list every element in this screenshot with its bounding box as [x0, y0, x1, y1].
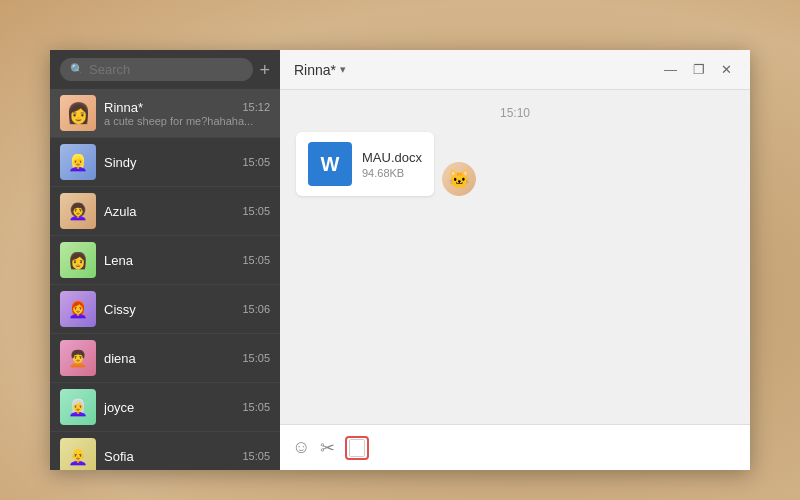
contact-name-cissy: Cissy: [104, 302, 136, 317]
sidebar: 🔍 + 👩 Rinna* 15:12 a cute sheep for me?h…: [50, 50, 280, 470]
avatar-face-joyce: 👩‍🦳: [60, 389, 96, 425]
restore-button[interactable]: ❐: [689, 61, 709, 78]
contact-name-rinna: Rinna*: [104, 100, 143, 115]
contact-info-cissy: Cissy 15:06: [104, 302, 270, 317]
sender-avatar-face: 🐱: [442, 162, 476, 196]
contact-info-rinna: Rinna* 15:12 a cute sheep for me?hahaha.…: [104, 100, 270, 127]
contact-item-lena[interactable]: 👩 Lena 15:05: [50, 236, 280, 285]
contact-name-joyce: joyce: [104, 400, 134, 415]
add-contact-button[interactable]: +: [259, 61, 270, 79]
contact-info-azula: Azula 15:05: [104, 204, 270, 219]
file-info: MAU.docx 94.68KB: [362, 150, 422, 179]
contact-time-lena: 15:05: [242, 254, 270, 266]
chevron-down-icon: ▾: [340, 63, 346, 76]
contact-item-rinna[interactable]: 👩 Rinna* 15:12 a cute sheep for me?hahah…: [50, 89, 280, 138]
word-icon: W: [308, 142, 352, 186]
contact-name-row-rinna: Rinna* 15:12: [104, 100, 270, 115]
contact-name-row-cissy: Cissy 15:06: [104, 302, 270, 317]
contact-time-azula: 15:05: [242, 205, 270, 217]
avatar-face-sofia: 👩‍🦲: [60, 438, 96, 470]
message-time-label: 15:10: [296, 106, 734, 120]
avatar-joyce: 👩‍🦳: [60, 389, 96, 425]
chat-area: Rinna* ▾ — ❐ ✕ 15:10 W MAU.docx 94.68KB: [280, 50, 750, 470]
contact-item-sindy[interactable]: 👱‍♀️ Sindy 15:05: [50, 138, 280, 187]
chat-input-bar: ☺ ✂: [280, 424, 750, 470]
minimize-button[interactable]: —: [660, 61, 681, 78]
contact-name-row-joyce: joyce 15:05: [104, 400, 270, 415]
avatar-face-rinna: 👩: [60, 95, 96, 131]
search-bar[interactable]: 🔍: [60, 58, 253, 81]
scissors-icon[interactable]: ✂: [320, 437, 335, 459]
contact-name-azula: Azula: [104, 204, 137, 219]
paste-button[interactable]: [345, 436, 369, 460]
contact-name-diena: diena: [104, 351, 136, 366]
contact-item-azula[interactable]: 👩‍🦱 Azula 15:05: [50, 187, 280, 236]
paste-inner-icon: [349, 439, 365, 457]
avatar-lena: 👩: [60, 242, 96, 278]
avatar-sindy: 👱‍♀️: [60, 144, 96, 180]
title-bar: Rinna* ▾ — ❐ ✕: [280, 50, 750, 90]
avatar-cissy: 👩‍🦰: [60, 291, 96, 327]
sender-avatar: 🐱: [442, 162, 476, 196]
app-window: 🔍 + 👩 Rinna* 15:12 a cute sheep for me?h…: [50, 50, 750, 470]
contact-name-row-lena: Lena 15:05: [104, 253, 270, 268]
contact-preview-rinna: a cute sheep for me?hahaha...: [104, 115, 270, 127]
avatar-rinna: 👩: [60, 95, 96, 131]
messages-area: 15:10 W MAU.docx 94.68KB 🐱: [280, 90, 750, 424]
chat-recipient-name: Rinna*: [294, 62, 336, 78]
close-button[interactable]: ✕: [717, 61, 736, 78]
contact-info-diena: diena 15:05: [104, 351, 270, 366]
file-bubble[interactable]: W MAU.docx 94.68KB: [296, 132, 434, 196]
contact-info-joyce: joyce 15:05: [104, 400, 270, 415]
contact-info-lena: Lena 15:05: [104, 253, 270, 268]
contact-info-sindy: Sindy 15:05: [104, 155, 270, 170]
contact-time-sofia: 15:05: [242, 450, 270, 462]
search-icon: 🔍: [70, 63, 84, 76]
contact-list: 👩 Rinna* 15:12 a cute sheep for me?hahah…: [50, 89, 280, 470]
contact-name-row-diena: diena 15:05: [104, 351, 270, 366]
contact-time-sindy: 15:05: [242, 156, 270, 168]
avatar-face-cissy: 👩‍🦰: [60, 291, 96, 327]
contact-name-lena: Lena: [104, 253, 133, 268]
contact-name-sindy: Sindy: [104, 155, 137, 170]
message-row-file: W MAU.docx 94.68KB 🐱: [296, 132, 734, 196]
contact-item-joyce[interactable]: 👩‍🦳 joyce 15:05: [50, 383, 280, 432]
contact-name-row-sindy: Sindy 15:05: [104, 155, 270, 170]
window-controls: — ❐ ✕: [660, 61, 736, 78]
contact-item-diena[interactable]: 🧑‍🦱 diena 15:05: [50, 334, 280, 383]
avatar-face-azula: 👩‍🦱: [60, 193, 96, 229]
avatar-face-diena: 🧑‍🦱: [60, 340, 96, 376]
contact-name-row-sofia: Sofia 15:05: [104, 449, 270, 464]
contact-time-cissy: 15:06: [242, 303, 270, 315]
sidebar-header: 🔍 +: [50, 50, 280, 89]
contact-item-cissy[interactable]: 👩‍🦰 Cissy 15:06: [50, 285, 280, 334]
contact-item-sofia[interactable]: 👩‍🦲 Sofia 15:05: [50, 432, 280, 470]
search-input[interactable]: [89, 62, 243, 77]
avatar-sofia: 👩‍🦲: [60, 438, 96, 470]
avatar-azula: 👩‍🦱: [60, 193, 96, 229]
contact-time-diena: 15:05: [242, 352, 270, 364]
emoji-icon[interactable]: ☺: [292, 437, 310, 458]
contact-name-sofia: Sofia: [104, 449, 134, 464]
avatar-diena: 🧑‍🦱: [60, 340, 96, 376]
contact-time-rinna: 15:12: [242, 101, 270, 113]
file-size: 94.68KB: [362, 167, 422, 179]
contact-info-sofia: Sofia 15:05: [104, 449, 270, 464]
file-name: MAU.docx: [362, 150, 422, 165]
chat-title: Rinna* ▾: [294, 62, 346, 78]
avatar-face-lena: 👩: [60, 242, 96, 278]
contact-time-joyce: 15:05: [242, 401, 270, 413]
avatar-face-sindy: 👱‍♀️: [60, 144, 96, 180]
contact-name-row-azula: Azula 15:05: [104, 204, 270, 219]
